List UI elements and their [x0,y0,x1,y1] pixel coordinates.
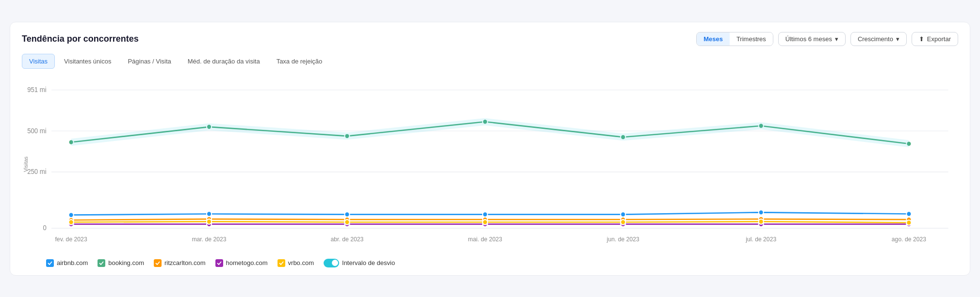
svg-text:abr. de 2023: abr. de 2023 [331,235,364,242]
svg-point-49 [906,220,911,225]
legend-label-booking: booking.com [108,259,144,266]
svg-text:951 mi: 951 mi [27,86,47,93]
legend-checkbox-vrbo[interactable] [278,259,285,267]
legend-item-hometogo: hometogo.com [215,259,268,267]
tab-visitas[interactable]: Visitas [22,54,55,69]
tab-paginas[interactable]: Páginas / Visita [120,54,178,69]
tab-rejeicao[interactable]: Taxa de rejeição [269,54,330,69]
card-header: Tendência por concorrentes Meses Trimest… [22,32,958,46]
chart-legend: airbnb.com booking.com ritzcarlton.com h… [22,259,958,267]
chevron-down-icon: ▾ [835,35,838,43]
upload-icon: ⬆ [919,35,924,43]
svg-point-25 [483,212,488,217]
range-label: Últimos 6 meses [785,35,832,43]
svg-point-22 [69,212,74,218]
export-button[interactable]: ⬆ Exportar [912,32,958,46]
period-months-button[interactable]: Meses [697,32,730,46]
legend-label-ritzcarlton: ritzcarlton.com [164,259,206,266]
svg-point-43 [69,219,74,225]
legend-label-airbnb: airbnb.com [57,259,88,266]
legend-label-intervalo: Intervalo de desvio [342,259,395,266]
intervalo-band [71,118,909,147]
tab-duracao[interactable]: Méd. de duração da visita [180,54,267,69]
svg-text:jun. de 2023: jun. de 2023 [606,235,639,242]
svg-point-27 [759,210,764,215]
legend-checkbox-ritzcarlton[interactable] [154,259,162,267]
svg-text:jul. de 2023: jul. de 2023 [745,235,776,242]
header-controls: Meses Trimestres Últimos 6 meses ▾ Cresc… [696,32,958,46]
range-dropdown[interactable]: Últimos 6 meses ▾ [778,32,846,46]
chart-svg: 951 mi 500 mi 250 mi 0 fev. de 2023 mar.… [22,75,958,254]
svg-point-46 [483,219,488,225]
main-card: Tendência por concorrentes Meses Trimest… [10,22,970,276]
period-quarters-button[interactable]: Trimestres [730,32,773,46]
svg-point-48 [759,219,764,224]
svg-text:mai. de 2023: mai. de 2023 [468,235,503,242]
svg-point-45 [344,219,349,225]
chevron-down-icon: ▾ [896,35,899,43]
ritzcarlton-line [71,219,909,220]
legend-checkbox-booking[interactable] [98,259,105,267]
legend-label-hometogo: hometogo.com [226,259,268,266]
export-label: Exportar [927,35,951,43]
svg-text:ago. de 2023: ago. de 2023 [892,235,926,242]
legend-item-airbnb: airbnb.com [46,259,88,267]
svg-point-24 [344,212,349,217]
svg-text:mar. de 2023: mar. de 2023 [192,235,226,242]
legend-item-booking: booking.com [98,259,144,267]
legend-checkbox-airbnb[interactable] [46,259,54,267]
legend-label-vrbo: vrbo.com [288,259,314,266]
svg-text:250 mi: 250 mi [27,168,47,175]
svg-point-47 [621,219,625,225]
legend-item-ritzcarlton: ritzcarlton.com [154,259,206,267]
metric-dropdown[interactable]: Crescimento ▾ [850,32,907,46]
svg-point-28 [906,211,911,217]
period-toggle-group: Meses Trimestres [696,32,773,46]
legend-checkbox-hometogo[interactable] [215,259,223,267]
legend-toggle-intervalo[interactable] [324,259,339,267]
svg-point-44 [207,219,212,224]
metric-label: Crescimento [858,35,893,43]
vrbo-line [71,221,909,222]
svg-point-26 [621,212,625,217]
svg-text:500 mi: 500 mi [27,127,47,134]
tab-visitantes[interactable]: Visitantes únicos [57,54,118,69]
airbnb-line [71,212,909,215]
legend-item-intervalo: Intervalo de desvio [324,259,395,267]
svg-point-23 [207,211,212,217]
svg-text:0: 0 [43,224,46,232]
chart-area: Visitas 951 mi 500 mi 250 mi 0 fev. de 2… [22,75,958,254]
metric-tabs: Visitas Visitantes únicos Páginas / Visi… [22,54,958,69]
legend-item-vrbo: vrbo.com [278,259,314,267]
svg-text:fev. de 2023: fev. de 2023 [55,235,87,242]
card-title: Tendência por concorrentes [22,34,139,44]
y-axis-label: Visitas [23,156,29,172]
toggle-knob [332,260,338,266]
